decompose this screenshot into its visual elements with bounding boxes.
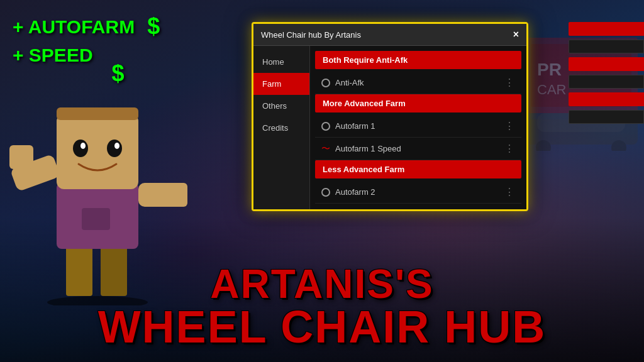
autofarm1-label: Autofarm 1 xyxy=(335,121,375,131)
nav-farm[interactable]: Farm xyxy=(253,73,309,95)
radio-autofarm2[interactable] xyxy=(321,188,330,197)
feature-anti-afk: Anti-Afk ⋮ xyxy=(315,72,521,94)
dollar-icon-2: $ xyxy=(112,57,125,90)
svg-rect-12 xyxy=(82,208,110,230)
svg-point-22 xyxy=(114,143,119,149)
right-panel xyxy=(569,22,644,128)
anti-afk-menu[interactable]: ⋮ xyxy=(504,77,515,89)
svg-rect-23 xyxy=(57,107,138,120)
hub-titlebar: Wheel Chair hub By Artanis × xyxy=(253,24,526,46)
autofarm2-label: Autofarm 2 xyxy=(335,187,375,197)
svg-rect-16 xyxy=(164,183,187,207)
autofarm1-speed-label: Autofarm 1 Speed xyxy=(335,144,401,153)
nav-credits[interactable]: Credits xyxy=(253,117,309,139)
overlay-text: + AUTOFARM $ + SPEED $ xyxy=(13,13,135,69)
title-line2: WHEEL CHAIR HUB xyxy=(0,304,644,349)
right-bar-3 xyxy=(569,57,644,71)
autofarm1-speed-menu[interactable]: ⋮ xyxy=(504,143,515,155)
autofarm2-menu[interactable]: ⋮ xyxy=(504,186,515,198)
svg-text:PR: PR xyxy=(537,60,562,79)
svg-point-21 xyxy=(80,143,86,149)
feature-autofarm1-speed: 〜 Autofarm 1 Speed ⋮ xyxy=(315,138,521,160)
hub-content: Home Farm Others Credits Both Require An… xyxy=(253,46,526,209)
right-bar-6 xyxy=(569,110,644,124)
nav-home[interactable]: Home xyxy=(253,51,309,73)
hub-window: Wheel Chair hub By Artanis × Home Farm O… xyxy=(252,22,528,211)
svg-text:CAR: CAR xyxy=(537,82,566,97)
radio-autofarm1[interactable] xyxy=(321,122,330,131)
speed-icon: 〜 xyxy=(321,143,330,155)
bottom-title: ARTANIS'S WHEEL CHAIR HUB xyxy=(0,264,644,349)
svg-rect-18 xyxy=(57,114,138,189)
autofarm1-menu[interactable]: ⋮ xyxy=(504,120,515,132)
hub-sidebar: Home Farm Others Credits xyxy=(253,46,310,209)
close-button[interactable]: × xyxy=(513,29,519,40)
svg-rect-14 xyxy=(9,145,33,169)
right-bar-2 xyxy=(569,40,644,53)
anti-afk-label: Anti-Afk xyxy=(335,78,364,87)
speed-label: + SPEED xyxy=(13,45,93,65)
radio-anti-afk[interactable] xyxy=(321,79,330,87)
hub-main: Both Require Anti-Afk Anti-Afk ⋮ More Ad… xyxy=(310,46,526,209)
feature-autofarm1: Autofarm 1 ⋮ xyxy=(315,115,521,138)
hub-title: Wheel Chair hub By Artanis xyxy=(261,30,361,40)
autofarm-label: + AUTOFARM xyxy=(13,16,135,37)
dollar-icon-1: $ xyxy=(147,9,160,43)
feature-autofarm1-speed-left: 〜 Autofarm 1 Speed xyxy=(321,143,401,155)
right-bar-1 xyxy=(569,22,644,36)
title-line1: ARTANIS'S xyxy=(0,264,644,304)
feature-autofarm2-left: Autofarm 2 xyxy=(321,187,375,197)
section-header-anti-afk: Both Require Anti-Afk xyxy=(315,51,521,69)
section-header-advanced: More Advanced Farm xyxy=(315,94,521,112)
svg-point-20 xyxy=(107,140,122,157)
right-bar-4 xyxy=(569,75,644,89)
svg-point-19 xyxy=(73,140,88,157)
right-bar-5 xyxy=(569,92,644,106)
feature-anti-afk-left: Anti-Afk xyxy=(321,78,364,87)
feature-autofarm2: Autofarm 2 ⋮ xyxy=(315,181,521,204)
section-header-less-advanced: Less Advanced Farm xyxy=(315,160,521,178)
feature-autofarm1-left: Autofarm 1 xyxy=(321,121,375,131)
nav-others[interactable]: Others xyxy=(253,95,309,117)
